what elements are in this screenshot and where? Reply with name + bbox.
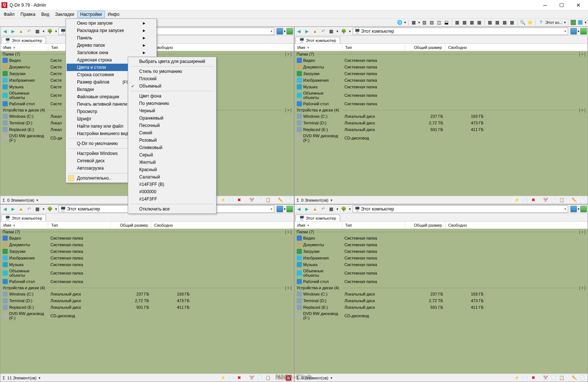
list-item[interactable]: ВидеоСистемная папка <box>295 57 588 64</box>
dd[interactable]: ▾ <box>54 205 58 213</box>
fwd-icon[interactable]: ▶ <box>9 205 17 213</box>
list-item[interactable]: Windows (C:)Локальный диск237 ГБ193 ГБ <box>0 291 294 297</box>
fwd-icon[interactable]: ▶ <box>9 28 17 35</box>
color-item[interactable]: #14F3FF <box>129 195 215 203</box>
cut-icon[interactable]: ✂️ <box>249 375 255 381</box>
layout-b-icon[interactable]: ▤ <box>429 20 435 25</box>
list-item[interactable]: Объемные объектыСистемная папка <box>0 268 294 278</box>
magnify-icon[interactable]: 🔍 <box>520 20 526 25</box>
menu-settings[interactable]: Настройки <box>77 11 105 18</box>
file-list[interactable]: Папки (7)[ + ]ВидеоСистемная папкаДокуме… <box>295 51 588 196</box>
tree-icon[interactable]: 🌳 <box>340 28 348 35</box>
dd[interactable]: ▾ <box>336 205 339 213</box>
menu-view[interactable]: Вид <box>38 11 52 18</box>
list-item[interactable]: ДокументыСистемная папка <box>0 241 294 248</box>
list-item[interactable]: МузыкаСистемная папка <box>0 261 294 268</box>
cut-icon[interactable]: ✂️ <box>249 197 255 203</box>
list-item[interactable]: Windows (C:)Локальный диск237 ГБ193 ГБ <box>295 113 588 120</box>
lightning-icon[interactable]: ⚡ <box>514 375 520 381</box>
color-item[interactable]: Черный <box>129 107 215 114</box>
list-item[interactable]: Terminal (D:)Локальный диск2,72 ТБ473 ГБ <box>295 297 588 304</box>
list-item[interactable]: Рабочий столСистемная папка <box>295 100 588 107</box>
paste-icon[interactable]: 📋 <box>559 197 565 203</box>
delete-icon[interactable]: ✖ <box>236 375 242 381</box>
color-item[interactable]: Плоский <box>129 75 215 82</box>
mail-icon[interactable]: ✉️ <box>522 197 528 203</box>
refresh-icon[interactable]: 📄 <box>580 375 585 381</box>
list-item[interactable]: ЗагрузкиСистемная папка <box>295 70 588 77</box>
dd[interactable]: ▾ <box>348 28 352 35</box>
copy-icon[interactable]: 📄 <box>257 375 263 381</box>
dd[interactable]: ▾ <box>336 28 339 35</box>
refresh-icon[interactable]: 📄 <box>286 197 292 203</box>
back-icon[interactable]: ◀ <box>1 28 8 35</box>
list-item[interactable]: ИзображенияСистемная папка <box>295 77 588 84</box>
menu-info[interactable]: Инфо <box>105 11 123 18</box>
view-icon[interactable]: ▦ <box>328 205 335 213</box>
list-item[interactable]: ИзображенияСистемная папка <box>0 255 294 261</box>
color-item[interactable]: Цвет фона <box>129 92 215 100</box>
list-item[interactable]: Windows (C:)Локальный диск237 ГБ193 ГБ <box>295 291 588 297</box>
color-item[interactable]: Стиль по умолчанию <box>129 68 215 75</box>
list-item[interactable]: ЗагрузкиСистемная папка <box>295 248 588 255</box>
color-item[interactable]: Оранжевый <box>129 114 215 122</box>
dd[interactable]: ▾ <box>42 205 45 213</box>
dd[interactable]: ▾ <box>348 205 352 213</box>
layout-e-icon[interactable]: ▦ <box>454 20 460 25</box>
pane-opt-b[interactable] <box>286 206 293 212</box>
column-headers[interactable]: Имя ▲ТипОбщий размерСвободно <box>295 44 588 51</box>
layout-j-icon[interactable]: ▦ <box>494 20 500 25</box>
color-item[interactable]: По умолчанию <box>129 100 215 107</box>
address-bar[interactable]: 🖥️Этот компьютер▾ <box>353 205 568 213</box>
stop-icon[interactable]: ■ <box>286 375 292 381</box>
copy-icon[interactable]: 📄 <box>257 197 263 203</box>
color-item[interactable]: Розовый <box>129 137 215 144</box>
pane-opt-a[interactable] <box>570 206 577 212</box>
tab[interactable]: 🖥️Этот компьютер <box>295 37 340 43</box>
list-item[interactable]: ЗагрузкиСистемная папка <box>0 248 294 255</box>
list-item[interactable]: Replaced (E:)Локальный диск931 ГБ411 ГБ <box>295 126 588 133</box>
layout-a-icon[interactable]: ▥ <box>422 20 427 25</box>
lightning-icon[interactable]: ⚡ <box>220 197 226 203</box>
refresh-icon[interactable]: 📄 <box>580 197 585 203</box>
cut-icon[interactable]: ✂️ <box>543 197 549 203</box>
edit-icon[interactable]: ✏️ <box>278 197 284 203</box>
edit-icon[interactable]: ✏️ <box>571 375 577 381</box>
list-item[interactable]: Рабочий столСистемная папка <box>295 278 588 285</box>
undo-icon[interactable]: ↶ <box>25 28 33 35</box>
color-item[interactable]: Синий <box>129 129 215 137</box>
tree-icon[interactable]: 🌳 <box>46 28 53 35</box>
paste-icon[interactable]: 📋 <box>265 375 271 381</box>
edit-icon[interactable]: ✏️ <box>571 197 577 203</box>
view-icon[interactable]: ▦ <box>328 28 335 35</box>
list-item[interactable]: DVD RW дисковод (F:)CD-дисковод <box>295 133 588 143</box>
layout-4-icon[interactable]: ▦ <box>411 20 417 25</box>
mail-icon[interactable]: ✉️ <box>522 375 528 381</box>
back-icon[interactable]: ◀ <box>295 28 303 35</box>
undo-icon[interactable]: ↶ <box>25 205 33 213</box>
color-item[interactable]: Отключить все <box>129 205 215 213</box>
list-item[interactable]: ВидеоСистемная папка <box>0 235 294 241</box>
delete-icon[interactable]: ✖ <box>236 197 242 203</box>
tab[interactable]: 🖥️Этот компьютер <box>1 215 46 221</box>
settings-item[interactable]: Окно при запуске▶ <box>67 20 156 27</box>
color-item[interactable]: #14F3FF (B) <box>129 181 215 188</box>
color-item[interactable]: Красный <box>129 166 215 173</box>
settings-item[interactable]: Заголовок окна▶ <box>67 49 156 56</box>
view-icon[interactable]: ▦ <box>34 205 41 213</box>
list-item[interactable]: Terminal (D:)Локальный диск2,72 ТБ473 ГБ <box>0 297 294 304</box>
layout-i-icon[interactable]: ▦ <box>487 20 493 25</box>
list-item[interactable]: Replaced (E:)Локальный диск931 ГБ411 ГБ <box>0 304 294 311</box>
back-icon[interactable]: ◀ <box>1 205 8 213</box>
settings-item[interactable]: Дерево папок▶ <box>67 42 156 49</box>
list-item[interactable]: DVD RW дисковод (F:)CD-дисковод <box>295 311 588 321</box>
up-icon[interactable]: ▲ <box>17 28 25 35</box>
list-item[interactable]: МузыкаСистемная папка <box>295 261 588 268</box>
globe-icon[interactable]: 🌐 <box>397 20 403 25</box>
layout-h-icon[interactable]: ▦ <box>476 20 482 25</box>
file-list[interactable]: Папки (7)[ + ]ВидеоСистемная папкаДокуме… <box>295 229 588 374</box>
up-icon[interactable]: ▲ <box>311 28 319 35</box>
star-icon[interactable]: ⭐ <box>527 20 533 25</box>
tree-icon[interactable]: 🌳 <box>46 205 53 213</box>
close-button[interactable]: ✕ <box>570 0 587 10</box>
